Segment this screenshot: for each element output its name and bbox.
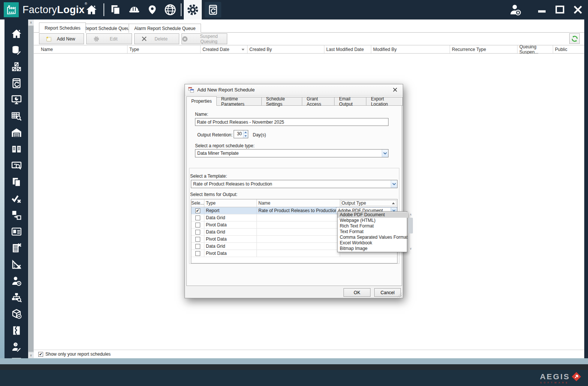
sidebar-item-warehouse[interactable] xyxy=(10,127,22,139)
column-header-type[interactable]: Type xyxy=(128,45,201,53)
dialog-title-bar[interactable]: Add New Report Schedule xyxy=(185,84,403,96)
name-input[interactable] xyxy=(195,118,388,126)
column-header-modified-by[interactable]: Modified By xyxy=(371,45,450,53)
sidebar-item-defect-document[interactable] xyxy=(10,325,22,337)
schedule-type-combo[interactable]: Data Miner Template xyxy=(195,149,388,157)
tab-alarm-report-schedule-queue[interactable]: Alarm Report Schedule Queue xyxy=(129,24,201,33)
spinner-up-button[interactable] xyxy=(243,130,248,134)
dialog-tab-properties[interactable]: Properties xyxy=(186,96,217,106)
dialog-resize-grip[interactable] xyxy=(397,292,402,297)
sidebar-item-measurement-remove[interactable] xyxy=(10,259,22,271)
sidebar-item-home[interactable] xyxy=(10,28,22,40)
dialog-tab-email-output[interactable]: Email Output xyxy=(334,97,366,106)
hardhat-nav-button[interactable] xyxy=(126,0,142,19)
dialog-title: Add New Report Schedule xyxy=(197,87,255,93)
column-header-type[interactable]: Type xyxy=(204,199,257,207)
sidebar-scrollbar[interactable]: ∧ ∨ xyxy=(28,19,34,358)
sidebar-item-dashboard[interactable] xyxy=(10,94,22,106)
row-checkbox[interactable] xyxy=(195,251,200,256)
sidebar-item-operator-question[interactable]: ? xyxy=(10,341,22,353)
show-only-checkbox[interactable] xyxy=(38,352,43,357)
column-header-name[interactable]: Name xyxy=(39,45,128,53)
sidebar-item-checklist-remove[interactable] xyxy=(10,242,22,254)
sidebar-item-data-grid-search[interactable] xyxy=(10,110,22,122)
sidebar-item-data-restore[interactable] xyxy=(10,77,22,89)
dialog-tab-schedule-settings[interactable]: Schedule Settings xyxy=(262,97,302,106)
ok-button[interactable]: OK xyxy=(344,288,370,297)
dialog-close-button[interactable] xyxy=(390,86,400,94)
row-checkbox[interactable] xyxy=(195,208,200,213)
scroll-down-arrow[interactable]: ∨ xyxy=(408,246,413,251)
combo-dropdown-button[interactable] xyxy=(391,180,397,188)
filter-arrow-icon[interactable] xyxy=(242,49,244,51)
minimize-button[interactable] xyxy=(535,3,549,16)
location-pin-nav-button[interactable] xyxy=(146,0,159,19)
option-csv[interactable]: Comma Separated Values Format xyxy=(338,235,408,240)
home-nav-button[interactable] xyxy=(83,0,100,19)
sidebar-item-assembly[interactable] xyxy=(10,61,22,73)
globe-nav-button[interactable] xyxy=(162,0,178,19)
output-retention-value[interactable]: 30 xyxy=(234,130,243,138)
dialog-tab-grant-access[interactable]: Grant Access xyxy=(302,97,335,106)
sidebar-item-documentation[interactable] xyxy=(10,143,22,155)
column-header-select[interactable]: Sele... xyxy=(191,199,204,207)
dialog-tab-runtime-parameters[interactable]: Runtime Parameters xyxy=(217,97,262,106)
edit-button[interactable]: Edit xyxy=(86,33,132,44)
dropdown-scrollbar[interactable]: ∧ ∨ xyxy=(408,212,408,252)
sidebar-item-product-move[interactable] xyxy=(10,308,22,320)
column-header-queuing-suspended[interactable]: Queuing Suspen... xyxy=(518,45,553,53)
sidebar-item-org-search[interactable] xyxy=(10,292,22,304)
sidebar-item-approve-reject[interactable] xyxy=(10,193,22,205)
user-logout-button[interactable] xyxy=(507,0,524,19)
scrollbar-thumb[interactable] xyxy=(28,26,33,352)
gear-icon xyxy=(186,3,199,16)
suspend-queuing-button[interactable]: Suspend Queuing xyxy=(182,33,227,44)
column-header-recurrence-type[interactable]: Recurrence Type xyxy=(450,45,518,53)
tab-report-schedules[interactable]: Report Schedules xyxy=(39,22,86,33)
close-button[interactable] xyxy=(571,3,585,16)
refresh-button[interactable] xyxy=(569,33,580,44)
row-checkbox[interactable] xyxy=(195,244,200,249)
option-adobe-pdf[interactable]: Adobe PDF Document xyxy=(338,212,408,218)
sidebar-item-data-edit[interactable] xyxy=(10,44,22,56)
option-excel[interactable]: Excel Workbook xyxy=(338,240,408,246)
column-header-name[interactable]: Name xyxy=(257,199,340,207)
scroll-down-arrow[interactable]: ∨ xyxy=(28,352,34,358)
option-webpage-html[interactable]: Webpage (HTML) xyxy=(338,218,408,223)
column-header-public[interactable]: Public xyxy=(553,45,579,53)
sidebar-item-documents[interactable] xyxy=(10,176,22,188)
documents-copy-icon xyxy=(11,177,22,188)
sidebar-item-badge[interactable] xyxy=(10,226,22,238)
scrollbar-thumb[interactable] xyxy=(408,218,413,233)
output-retention-spinner[interactable]: 30 xyxy=(234,130,248,138)
settings-nav-button-active[interactable] xyxy=(184,0,202,19)
column-header-created-by[interactable]: Created By xyxy=(248,45,324,53)
sidebar-item-operator-time[interactable] xyxy=(10,275,22,287)
dialog-tab-strip: Properties Runtime Parameters Schedule S… xyxy=(186,96,403,105)
sidebar-item-terminal-search[interactable] xyxy=(10,160,22,172)
column-header-output-type[interactable]: Output Type xyxy=(340,199,397,207)
scroll-up-arrow[interactable]: ∧ xyxy=(28,19,34,25)
scroll-up-arrow[interactable]: ∧ xyxy=(408,212,413,217)
template-combo[interactable]: Rate of Product Releases to Production xyxy=(191,180,398,188)
row-checkbox[interactable] xyxy=(195,215,200,220)
spinner-down-button[interactable] xyxy=(243,134,248,138)
dialog-tab-export-location[interactable]: Export Location xyxy=(366,97,403,106)
tab-label: Grant Access xyxy=(307,96,330,107)
combo-dropdown-button[interactable] xyxy=(382,150,388,157)
database-restore-nav-button[interactable] xyxy=(205,2,221,18)
sidebar-item-material-transfer[interactable] xyxy=(10,209,22,221)
column-header-created-date[interactable]: Created Date xyxy=(201,45,248,53)
column-header-last-modified-date[interactable]: Last Modified Date xyxy=(324,45,371,53)
row-checkbox[interactable] xyxy=(195,223,200,227)
row-checkbox[interactable] xyxy=(195,230,200,235)
documents-nav-button[interactable] xyxy=(107,0,124,19)
delete-button[interactable]: Delete xyxy=(134,33,179,44)
option-text-format[interactable]: Text Format xyxy=(338,229,408,235)
option-bitmap[interactable]: Bitmap Image xyxy=(338,246,408,251)
option-rich-text[interactable]: Rich Text Format xyxy=(338,223,408,229)
row-checkbox[interactable] xyxy=(195,237,200,242)
maximize-button[interactable] xyxy=(553,3,567,16)
aegis-brand-text: AEGIS xyxy=(540,372,570,381)
add-new-button[interactable]: Add New xyxy=(39,33,84,44)
